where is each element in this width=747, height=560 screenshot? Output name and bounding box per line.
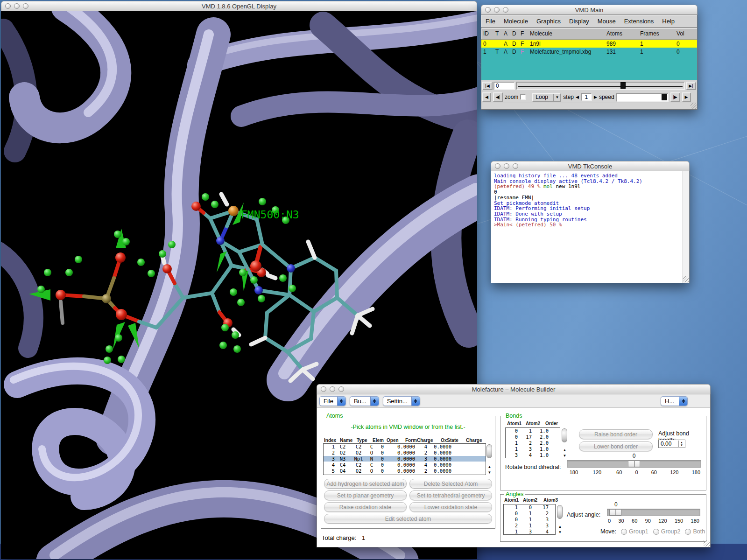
dihedral-slider[interactable]: 0 -180 -120 -60 0 60 120 180	[567, 453, 701, 485]
scroll-down-icon[interactable]: ▼	[557, 529, 563, 535]
jump-end-button[interactable]: ▶|	[686, 82, 696, 90]
lower-bond-order-button[interactable]: Lower bond order	[579, 441, 653, 451]
menu-graphics[interactable]: Graphics	[532, 18, 565, 25]
col-a: A	[504, 30, 512, 37]
set-planar-button[interactable]: Set to planar geometry	[324, 490, 407, 500]
atoms-listbox[interactable]: 1C2C2C00.000040.0000 2O2O2O00.000020.000…	[323, 443, 486, 475]
atom-row[interactable]: 1C2C2C00.000040.0000	[324, 444, 486, 450]
console-text-area[interactable]: loading history file ... 48 events added…	[491, 171, 683, 283]
step-field[interactable]: 1	[581, 93, 592, 101]
menu-mouse[interactable]: Mouse	[593, 18, 620, 25]
scroll-up-icon[interactable]: ▲	[562, 447, 568, 453]
edit-atom-button[interactable]: Edit selected atom	[324, 514, 492, 524]
close-button[interactable]	[485, 7, 491, 13]
minimize-button[interactable]	[504, 163, 509, 169]
both-radio[interactable]	[685, 529, 691, 535]
angle-row[interactable]: 213	[504, 522, 555, 528]
resize-grip[interactable]	[683, 276, 689, 282]
close-button[interactable]	[5, 3, 11, 9]
group2-radio[interactable]	[653, 529, 659, 535]
zoom-button[interactable]	[503, 7, 508, 13]
raise-oxidation-button[interactable]: Raise oxidation state	[324, 502, 407, 512]
vmd-main-titlebar[interactable]: VMD Main	[481, 5, 698, 15]
molefacture-titlebar[interactable]: Molefacture – Molecule Builder	[317, 384, 711, 394]
minimize-button[interactable]	[494, 7, 500, 13]
delete-atom-button[interactable]: Delete Selected Atom	[409, 479, 492, 489]
frame-slider[interactable]	[516, 82, 685, 90]
zoom-button[interactable]	[338, 386, 344, 392]
bond-row[interactable]: 131.0	[506, 446, 560, 452]
step-forward-button[interactable]: |▶	[670, 92, 680, 102]
add-hydrogen-button[interactable]: Add hydrogen to selected atom	[324, 479, 407, 489]
atom-row-selected[interactable]: 3N3NplN00.000030.0000	[324, 456, 486, 462]
file-popup-menu[interactable]: File	[319, 396, 346, 406]
bond-length-value: 0.00	[661, 441, 671, 447]
scroll-down-icon[interactable]: ▼	[486, 469, 493, 475]
console-scrollbar[interactable]	[683, 171, 689, 283]
angle-row[interactable]: 1017	[504, 504, 555, 511]
dihedral-slider-handle[interactable]	[628, 461, 640, 467]
bond-row[interactable]: 122.0	[506, 440, 560, 446]
bond-row[interactable]: 011.0	[506, 428, 560, 434]
group1-radio[interactable]	[621, 529, 627, 535]
resize-grip[interactable]	[691, 103, 697, 109]
resize-grip[interactable]	[704, 540, 710, 546]
step-increment-icon[interactable]: ▶	[594, 95, 597, 99]
scrollbar-thumb[interactable]	[486, 444, 492, 458]
menu-display[interactable]: Display	[565, 18, 593, 25]
scrollbar-thumb[interactable]	[557, 505, 563, 519]
frame-field[interactable]: 0	[493, 82, 515, 90]
angle-row[interactable]: 012	[504, 511, 555, 517]
scroll-up-icon[interactable]: ▲	[557, 524, 563, 529]
atom-row[interactable]: 2O2O2O00.000020.0000	[324, 450, 486, 456]
play-forward-button[interactable]: ▶	[682, 92, 691, 102]
settings-popup-menu[interactable]: Settin...	[383, 396, 420, 406]
tkconsole-titlebar[interactable]: VMD TkConsole	[491, 161, 690, 171]
angle-row[interactable]: 134	[504, 528, 555, 534]
angles-scrollbar[interactable]: ▲ ▼	[557, 504, 564, 535]
bond-row[interactable]: 341.0	[506, 452, 560, 458]
step-decrement-icon[interactable]: ◀	[576, 95, 579, 99]
angle-slider-handle[interactable]	[609, 509, 621, 516]
lower-oxidation-button[interactable]: Lower oxidation state	[409, 502, 492, 512]
menu-extensions[interactable]: Extensions	[620, 18, 658, 25]
angle-slider[interactable]: 0 0 30 60 90 120 150 180	[607, 501, 700, 527]
scroll-up-icon[interactable]: ▲	[486, 464, 493, 469]
frame-slider-thumb[interactable]	[620, 82, 626, 89]
play-reverse-button[interactable]: ◀	[482, 92, 491, 102]
speed-slider-thumb[interactable]	[662, 94, 667, 100]
group2-label: Group2	[661, 528, 681, 535]
molecule-list-area[interactable]: 1 T A D F Molefacture_tmpmol.xbg 131 1 0	[481, 48, 697, 80]
bond-row[interactable]: 0172.0	[506, 434, 560, 440]
set-tetrahedral-button[interactable]: Set to tetrahedral geometry	[409, 490, 492, 500]
atom-row[interactable]: 4C4C2C00.000040.0000	[324, 462, 486, 468]
zoom-checkbox[interactable]	[520, 94, 526, 100]
minimize-button[interactable]	[14, 3, 20, 9]
close-button[interactable]	[321, 386, 326, 392]
atom-row[interactable]: 5O4O2O00.000020.0000	[324, 468, 486, 474]
jump-start-button[interactable]: |◀	[482, 82, 493, 90]
bonds-listbox[interactable]: 011.0 0172.0 122.0 131.0 341.0	[505, 427, 560, 458]
opengl-titlebar[interactable]: VMD 1.8.6 OpenGL Display	[1, 1, 477, 11]
angle-row[interactable]: 013	[504, 517, 555, 523]
speed-slider[interactable]	[616, 93, 669, 102]
raise-bond-order-button[interactable]: Raise bond order	[579, 429, 653, 439]
menu-file[interactable]: File	[481, 18, 500, 25]
minimize-button[interactable]	[330, 386, 335, 392]
menu-help[interactable]: Help	[658, 18, 679, 25]
build-popup-menu[interactable]: Bu...	[350, 396, 379, 406]
zoom-button[interactable]	[513, 163, 518, 169]
molecule-row-1[interactable]: 1 T A D F Molefacture_tmpmol.xbg 131 1 0	[481, 48, 697, 56]
close-button[interactable]	[495, 163, 500, 169]
loop-dropdown[interactable]: Loop ▼	[532, 93, 561, 102]
scrollbar-thumb[interactable]	[562, 428, 567, 442]
molecule-row-0[interactable]: 0 A D F 1n9l 989 1 0	[481, 40, 697, 48]
zoom-button[interactable]	[23, 3, 28, 9]
menu-molecule[interactable]: Molecule	[500, 18, 532, 25]
spinner-arrows-icon[interactable]: ▲▼	[678, 441, 684, 447]
step-back-button[interactable]: ◀|	[493, 92, 503, 102]
angles-listbox[interactable]: 1017 012 013 213 134	[503, 504, 556, 535]
bond-length-spinner[interactable]: 0.00 ▲▼	[658, 440, 685, 448]
help-popup-menu[interactable]: H...	[661, 396, 688, 406]
atoms-scrollbar[interactable]: ▲ ▼	[486, 443, 493, 475]
